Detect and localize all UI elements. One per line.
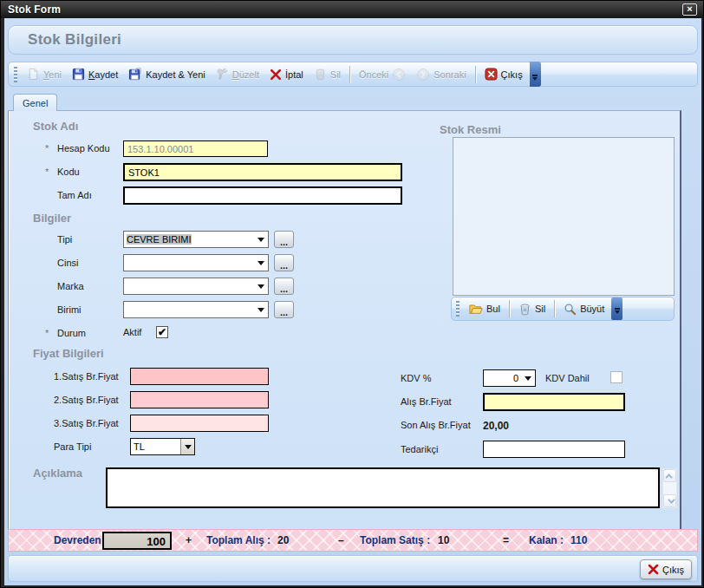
cikis-toolbar-button[interactable]: Çıkış [479, 65, 528, 83]
marka-combobox[interactable] [123, 278, 269, 295]
alis-br-fiyat-label: Alış Br.Fiyat [401, 396, 452, 407]
magnifier-icon [564, 303, 577, 316]
hesap-kodu-label: Hesap Kodu [57, 143, 110, 154]
cinsi-combobox[interactable] [123, 254, 269, 271]
tam-adi-label: Tam Adı [57, 190, 92, 200]
minus-operator: – [338, 534, 344, 546]
aciklama-label: Açıklama [33, 467, 82, 480]
image-toolbar-overflow-icon[interactable] [611, 297, 623, 320]
devreden-field[interactable] [102, 532, 172, 550]
kaydet-yeni-button[interactable]: Kaydet & Yeni [123, 65, 211, 83]
bul-button[interactable]: Bul [464, 300, 505, 317]
toolbar-overflow-icon[interactable] [530, 62, 541, 87]
duzelt-button-label: Düzelt [232, 69, 259, 80]
chevron-down-icon[interactable] [254, 302, 268, 317]
cikis-button-label: Çıkış [662, 565, 684, 575]
birimi-browse-button[interactable]: ... [274, 301, 294, 318]
durum-aktif-checkbox[interactable]: ✔ [156, 326, 168, 338]
titlebar: Stok Form × [1, 1, 703, 18]
kaydet-yeni-button-label: Kaydet & Yeni [146, 69, 205, 80]
required-marker: * [45, 167, 49, 177]
genel-tab-page: Stok Adı * Hesap Kodu * Kodu Tam Adı Bil… [8, 110, 681, 529]
new-document-icon [27, 68, 40, 81]
image-sil-button[interactable]: Sil [513, 300, 551, 318]
chevron-down-icon[interactable] [254, 278, 268, 294]
bul-button-label: Bul [486, 304, 500, 314]
recycle-bin-icon [518, 303, 531, 316]
chevron-down-icon[interactable] [254, 255, 268, 271]
section-title-stok-adi: Stok Adı [33, 120, 78, 133]
stok-form-window: Stok Form × Stok Bilgileri Yeni Kaydet [0, 0, 704, 588]
sil-button[interactable]: Sil [309, 65, 346, 83]
iptal-button[interactable]: İptal [264, 66, 309, 83]
toplam-satis-value: 10 [438, 534, 449, 546]
window-title: Stok Form [8, 3, 61, 16]
duzelt-button[interactable]: Düzelt [211, 65, 264, 83]
toplam-alis-label: Toplam Alış : [206, 534, 271, 546]
satis3-label: 3.Satış Br.Fiyat [54, 418, 119, 428]
previous-circle-icon [392, 68, 406, 82]
onceki-button[interactable]: Önceki [354, 65, 411, 84]
kaydet-button[interactable]: Kaydet [67, 65, 123, 83]
cinsi-browse-button[interactable]: ... [274, 254, 294, 271]
kdv-dahil-checkbox[interactable] [610, 371, 623, 383]
kdv-dahil-label: KDV Dahil [545, 373, 590, 383]
kdv-label: KDV % [401, 373, 431, 383]
tipi-label: Tipi [57, 234, 72, 245]
satis1-label: 1.Satış Br.Fiyat [54, 371, 119, 382]
son-alis-br-fiyat-label: Son Alış Br.Fiyat [401, 420, 471, 430]
kdv-combobox[interactable]: 0 [483, 369, 536, 387]
tam-adi-field[interactable] [123, 186, 402, 205]
satis1-field[interactable] [130, 368, 269, 385]
cikis-toolbar-button-label: Çıkış [501, 69, 523, 80]
marka-label: Marka [57, 281, 84, 291]
satis3-field[interactable] [130, 415, 269, 432]
tipi-browse-button[interactable]: ... [274, 231, 294, 248]
kalan-label: Kalan : [529, 534, 564, 546]
scroll-up-icon[interactable] [663, 469, 676, 482]
stok-resmi-picture-box[interactable] [453, 137, 675, 296]
sonraki-button-label: Sonraki [433, 69, 466, 80]
chevron-down-icon[interactable] [521, 370, 535, 386]
toolbar-separator [475, 66, 476, 83]
trash-icon [314, 68, 327, 81]
alis-br-fiyat-field[interactable] [483, 393, 625, 411]
yeni-button[interactable]: Yeni [22, 65, 67, 83]
cikis-button[interactable]: Çıkış [640, 559, 692, 579]
toolbar-separator [554, 300, 555, 317]
image-toolbar: Bul Sil Büyüt [451, 297, 675, 321]
birimi-combobox[interactable] [123, 301, 269, 318]
scroll-down-icon[interactable] [663, 494, 676, 507]
toolbar-separator [349, 66, 350, 83]
buyut-button[interactable]: Büyüt [558, 300, 609, 318]
close-icon[interactable]: × [682, 3, 697, 16]
devreden-label: Devreden : [54, 534, 108, 546]
sonraki-button[interactable]: Sonraki [411, 65, 471, 84]
kdv-selected-value: 0 [486, 373, 521, 383]
son-alis-br-fiyat-value: 20,00 [483, 420, 509, 432]
kodu-label: Kodu [57, 167, 80, 177]
para-tipi-combobox[interactable]: TL [130, 438, 195, 455]
equals-operator: = [503, 534, 509, 546]
hesap-kodu-field[interactable] [123, 140, 268, 157]
tedarikci-field[interactable] [483, 441, 625, 458]
aciklama-scrollbar[interactable] [662, 468, 677, 508]
required-marker: * [45, 143, 49, 154]
tipi-combobox[interactable]: CEVRE BIRIMI [123, 231, 269, 248]
tab-genel-label: Genel [23, 98, 48, 108]
header-panel: Stok Bilgileri [8, 25, 698, 55]
kodu-field[interactable] [123, 163, 402, 181]
tools-icon [216, 68, 229, 81]
satis2-field[interactable] [130, 391, 269, 408]
chevron-down-icon[interactable] [180, 439, 194, 454]
toolbar-grip[interactable] [14, 67, 17, 82]
toolbar-grip[interactable] [456, 301, 460, 317]
section-title-fiyat-bilgileri: Fiyat Bilgileri [33, 347, 104, 360]
aciklama-textarea[interactable] [106, 467, 660, 508]
buyut-button-label: Büyüt [580, 304, 604, 314]
marka-browse-button[interactable]: ... [274, 278, 294, 295]
summary-bar: Devreden : + Toplam Alış : 20 – Toplam S… [8, 529, 698, 552]
chevron-down-icon[interactable] [254, 232, 268, 247]
section-title-stok-resmi: Stok Resmi [440, 123, 501, 136]
tab-genel[interactable]: Genel [13, 94, 57, 111]
